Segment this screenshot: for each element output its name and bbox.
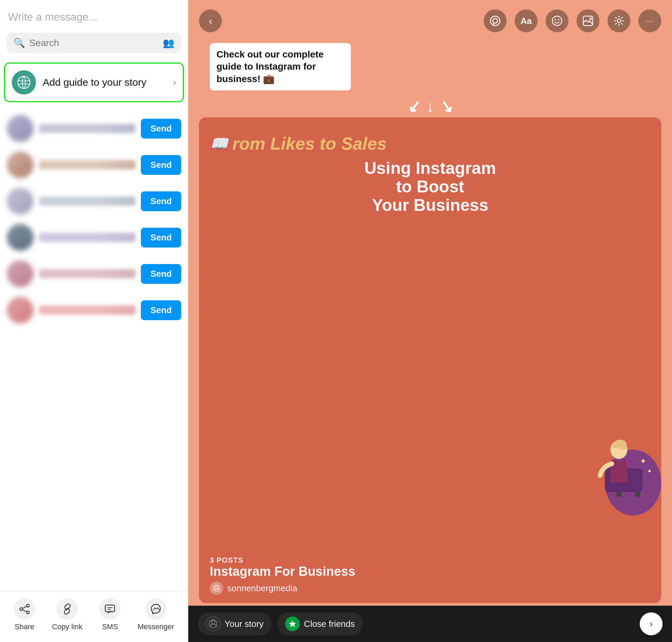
guide-book-icon: 📖 xyxy=(210,135,228,152)
story-text-content: Check out our complete guide to Instagra… xyxy=(217,49,344,85)
svg-marker-22 xyxy=(289,620,296,627)
close-friends-option[interactable]: Close friends xyxy=(277,613,363,635)
search-bar: 🔍 👥 xyxy=(7,33,181,53)
messenger-action[interactable]: Messenger xyxy=(138,598,174,631)
svg-point-7 xyxy=(552,16,562,26)
copy-link-action[interactable]: Copy link xyxy=(52,598,82,631)
avatar xyxy=(7,151,34,178)
avatar xyxy=(7,224,34,251)
more-options-icon[interactable]: ··· xyxy=(638,10,661,32)
contact-row: Send xyxy=(0,219,188,256)
guide-subtitle: Using Instagram to Boost Your Business xyxy=(210,159,650,215)
sms-action[interactable]: SMS xyxy=(99,598,121,631)
avatar xyxy=(7,188,34,215)
svg-point-12 xyxy=(617,19,621,23)
contact-name xyxy=(39,269,135,279)
copy-link-label: Copy link xyxy=(52,622,82,631)
bottom-bar: Share Copy link SMS Messenger xyxy=(0,591,188,642)
svg-point-3 xyxy=(27,611,29,614)
svg-point-0 xyxy=(18,76,30,88)
svg-point-9 xyxy=(558,19,559,21)
guide-from-text: rom Likes to Sales xyxy=(232,133,387,154)
contact-name xyxy=(39,196,135,206)
arrows-container: ↙ ↓ ↘ xyxy=(188,99,672,115)
share-label: Share xyxy=(15,622,35,631)
effects-icon[interactable] xyxy=(607,10,630,32)
messenger-icon xyxy=(145,598,167,620)
avatar xyxy=(7,115,34,142)
svg-point-2 xyxy=(20,608,23,611)
messenger-label: Messenger xyxy=(138,622,174,631)
add-guide-label: Add guide to your story xyxy=(43,77,166,88)
your-story-option[interactable]: Your story xyxy=(198,613,272,635)
contact-name xyxy=(39,160,135,169)
add-people-icon[interactable]: 👥 xyxy=(163,37,175,49)
back-button[interactable]: ‹ xyxy=(199,10,222,32)
svg-point-5 xyxy=(493,18,497,23)
story-next-button[interactable]: › xyxy=(640,613,662,635)
story-toolbar: ‹ Aa ··· xyxy=(188,0,672,38)
svg-rect-10 xyxy=(583,16,593,26)
contact-row: Send xyxy=(0,183,188,219)
svg-point-16 xyxy=(616,492,622,497)
guide-card-header: 📖 rom Likes to Sales Using Instagram to … xyxy=(199,117,661,220)
svg-point-11 xyxy=(590,18,592,20)
send-button[interactable]: Send xyxy=(141,228,181,247)
contact-name xyxy=(39,233,135,242)
send-button[interactable]: Send xyxy=(141,155,181,175)
contact-name xyxy=(39,305,135,315)
search-icon: 🔍 xyxy=(13,37,25,49)
mention-icon[interactable] xyxy=(484,10,507,32)
contact-row: Send xyxy=(0,256,188,292)
close-friends-icon xyxy=(285,616,300,631)
your-story-icon xyxy=(206,616,221,631)
guide-posts-label: 3 POSTS xyxy=(210,556,650,565)
svg-point-8 xyxy=(555,19,556,21)
contacts-list: Send Send Send Send Send Send xyxy=(0,107,188,591)
guide-card: 📖 rom Likes to Sales Using Instagram to … xyxy=(199,117,661,603)
guide-globe-icon xyxy=(17,76,30,89)
contact-row: Send xyxy=(0,292,188,328)
send-button[interactable]: Send xyxy=(141,300,181,320)
arrow-down-icon: ↙ xyxy=(406,98,422,116)
arrow-down-icon: ↘ xyxy=(438,98,454,116)
share-action[interactable]: Share xyxy=(14,598,35,631)
send-button[interactable]: Send xyxy=(141,119,181,139)
gallery-icon[interactable] xyxy=(577,10,599,32)
guide-author-name: sonnenbergmedia xyxy=(227,583,297,593)
guide-icon-circle xyxy=(12,70,36,94)
avatar xyxy=(7,297,34,323)
svg-text:✦: ✦ xyxy=(647,468,652,475)
story-bottom-bar: Your story Close friends › xyxy=(188,606,672,642)
contact-row: Send xyxy=(0,146,188,183)
avatar xyxy=(7,260,34,287)
svg-point-17 xyxy=(635,492,641,497)
svg-text:✦: ✦ xyxy=(640,457,646,465)
guide-author-row: sonnenbergmedia xyxy=(210,581,650,595)
share-icon xyxy=(14,598,35,620)
send-button[interactable]: Send xyxy=(141,191,181,211)
add-guide-row[interactable]: Add guide to your story › xyxy=(4,63,184,102)
right-panel: ‹ Aa ··· Check out our complete guide to… xyxy=(188,0,672,642)
close-friends-label: Close friends xyxy=(304,619,355,629)
sms-label: SMS xyxy=(102,622,118,631)
guide-title: Instagram For Business xyxy=(210,565,650,579)
svg-rect-4 xyxy=(105,605,115,612)
guide-bottom-info: 3 POSTS Instagram For Business sonnenber… xyxy=(199,549,661,603)
guide-author-icon xyxy=(210,581,223,595)
emoji-icon[interactable] xyxy=(546,10,568,32)
arrow-down-icon: ↓ xyxy=(426,99,434,115)
your-story-label: Your story xyxy=(224,619,263,629)
search-input[interactable] xyxy=(29,38,159,49)
send-button[interactable]: Send xyxy=(141,264,181,284)
sms-icon xyxy=(99,598,121,620)
contact-name xyxy=(39,124,135,133)
story-text-card: Check out our complete guide to Instagra… xyxy=(210,43,351,90)
text-icon[interactable]: Aa xyxy=(515,10,538,32)
left-panel: Write a message... 🔍 👥 Add guide to your… xyxy=(0,0,188,642)
guide-illustration: ✦ ✦ xyxy=(567,421,661,515)
svg-point-1 xyxy=(27,604,29,607)
chevron-right-icon: › xyxy=(173,77,176,88)
copy-link-icon xyxy=(56,598,78,620)
write-message-placeholder[interactable]: Write a message... xyxy=(0,0,188,29)
